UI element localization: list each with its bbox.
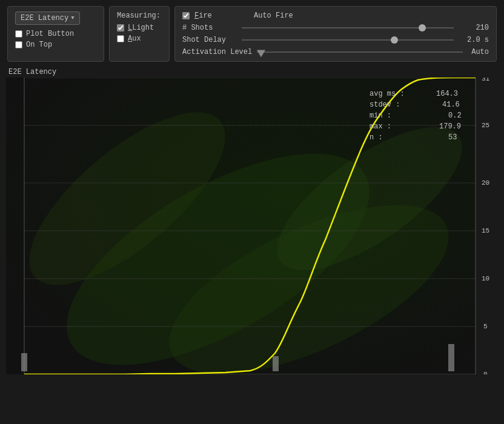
shot-delay-slider-track bbox=[242, 39, 454, 41]
stat-avg-label: avg ms : bbox=[370, 90, 405, 98]
stat-n-label: n : bbox=[370, 133, 383, 142]
chart-wrapper: 31 25 20 15 10 5 0 0 10 20 30 40 50 60 7… bbox=[6, 78, 498, 386]
plot-button-row: Plot Button bbox=[15, 30, 96, 38]
autofire-row: Fire Auto Fire bbox=[182, 12, 489, 20]
activation-slider-thumb[interactable] bbox=[257, 50, 265, 57]
plot-button-label: Plot Button bbox=[26, 30, 74, 38]
on-top-checkbox[interactable] bbox=[15, 41, 22, 48]
bar-0 bbox=[21, 353, 27, 371]
shots-slider-thumb[interactable] bbox=[419, 24, 426, 31]
stat-min-value: 0.2 bbox=[448, 111, 462, 120]
activation-value: Auto bbox=[468, 48, 489, 56]
autofire-checkbox[interactable] bbox=[182, 12, 190, 19]
activation-slider-track bbox=[257, 51, 463, 53]
on-top-label: On Top bbox=[26, 41, 52, 49]
chart-svg: 31 25 20 15 10 5 0 0 10 20 30 40 50 60 7… bbox=[6, 78, 498, 374]
shots-label: # Shots bbox=[182, 24, 237, 32]
measuring-label: Measuring: bbox=[117, 12, 162, 20]
plot-button-checkbox[interactable] bbox=[15, 30, 22, 38]
light-row: LLight bbox=[117, 24, 162, 32]
y-label-5: 5 bbox=[483, 323, 488, 330]
shots-value: 210 bbox=[459, 24, 489, 32]
shots-slider-track bbox=[242, 27, 454, 28]
activation-slider-container bbox=[257, 48, 463, 56]
bar-170 bbox=[448, 344, 454, 371]
y-label-25: 25 bbox=[482, 122, 489, 129]
dropdown-arrow-icon: ▼ bbox=[71, 15, 74, 21]
bar-100 bbox=[273, 356, 279, 371]
shot-delay-slider-container bbox=[242, 36, 454, 44]
stat-stdev-value: 41.6 bbox=[442, 101, 460, 109]
shot-delay-label: Shot Delay bbox=[182, 36, 237, 44]
shot-delay-value: 2.0 s bbox=[459, 36, 489, 44]
stat-n-value: 53 bbox=[448, 133, 457, 142]
activation-row: Activation Level Auto bbox=[182, 48, 489, 56]
stat-avg-value: 164.3 bbox=[436, 90, 458, 98]
stat-max-value: 179.9 bbox=[439, 122, 461, 131]
auto-label: Auto Fire bbox=[254, 12, 293, 20]
stat-stdev-label: stdev : bbox=[370, 101, 400, 109]
y-label-10: 10 bbox=[482, 275, 489, 282]
y-label-31: 31 bbox=[482, 78, 490, 82]
autofire-label: Fire bbox=[194, 12, 249, 20]
shot-delay-row: Shot Delay 2.0 s bbox=[182, 36, 489, 44]
y-label-20: 20 bbox=[482, 179, 489, 187]
aux-row: Aux bbox=[117, 35, 162, 43]
y-label-0: 0 bbox=[483, 371, 488, 374]
e2e-dropdown[interactable]: E2E Latency ▼ bbox=[15, 12, 80, 25]
light-checkbox[interactable] bbox=[117, 24, 124, 31]
shots-row: # Shots 210 bbox=[182, 24, 489, 32]
y-label-15: 15 bbox=[482, 227, 489, 234]
e2e-panel: E2E Latency ▼ Plot Button On Top bbox=[7, 6, 104, 62]
autofire-panel: Fire Auto Fire # Shots 210 Shot Delay bbox=[174, 6, 497, 62]
aux-checkbox[interactable] bbox=[117, 35, 124, 42]
aux-label: Aux bbox=[128, 35, 141, 43]
measuring-panel: Measuring: LLight Aux bbox=[109, 6, 170, 62]
light-label: LLight bbox=[128, 24, 154, 32]
shots-slider-container bbox=[242, 24, 454, 32]
chart-section: E2E Latency bbox=[6, 68, 498, 386]
shot-delay-slider-thumb[interactable] bbox=[391, 36, 398, 44]
activation-label: Activation Level bbox=[182, 48, 252, 56]
on-top-row: On Top bbox=[15, 41, 96, 49]
stat-max-label: max : bbox=[370, 122, 391, 131]
chart-title: E2E Latency bbox=[6, 68, 498, 76]
stat-min-label: min : bbox=[370, 111, 391, 120]
dropdown-label: E2E Latency bbox=[21, 14, 68, 22]
